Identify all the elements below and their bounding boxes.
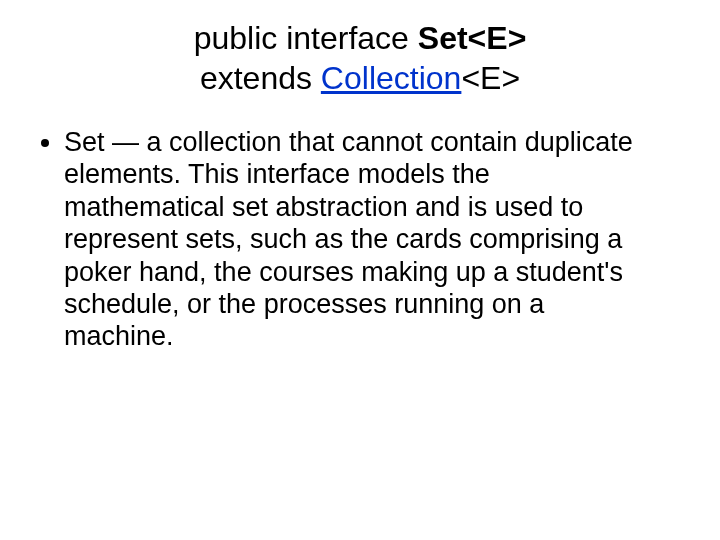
collection-link[interactable]: Collection — [321, 60, 462, 96]
title-prefix: public interface — [194, 20, 418, 56]
slide-title: public interface Set<E> extends Collecti… — [36, 18, 684, 98]
bullet-list: Set — a collection that cannot contain d… — [36, 126, 684, 353]
title-interface-name: Set<E> — [418, 20, 527, 56]
title-extends: extends — [200, 60, 321, 96]
title-generic-suffix: <E> — [461, 60, 520, 96]
bullet-item: Set — a collection that cannot contain d… — [64, 126, 684, 353]
slide: public interface Set<E> extends Collecti… — [0, 0, 720, 540]
